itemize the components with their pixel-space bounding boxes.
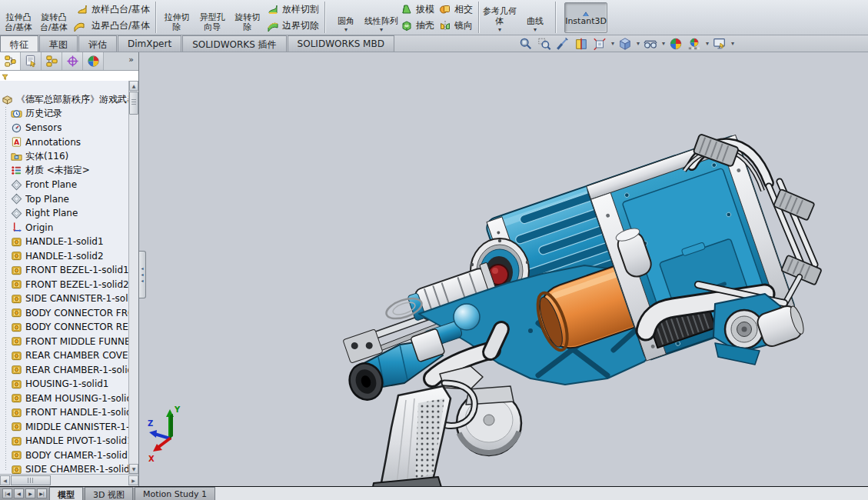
tree-item[interactable]: REAR CHAMBER COVER — [0, 348, 128, 363]
tree-vertical-scrollbar[interactable]: ▲ ▼ — [128, 81, 138, 474]
draft-button[interactable]: 拔模 — [398, 2, 437, 17]
tree-item[interactable]: HANDLE PIVOT-1-solid1 — [0, 434, 128, 448]
fillet-dropdown-icon[interactable]: ▾ — [329, 26, 363, 34]
zoom-to-fit-icon[interactable] — [518, 35, 534, 52]
shell-button[interactable]: 抽壳 — [398, 18, 437, 33]
display-style-dropdown-icon[interactable]: ▾ — [637, 40, 640, 47]
featuremanager-tab[interactable] — [0, 52, 21, 70]
apply-scene-icon[interactable] — [687, 35, 703, 52]
mirror-button[interactable]: 镜向 — [437, 18, 475, 33]
revolved-cut-button[interactable]: 旋转切除 — [231, 12, 264, 35]
tree-item[interactable]: BODY CONNECTOR FRO — [0, 306, 128, 321]
tab-evaluate[interactable]: 评估 — [78, 35, 117, 52]
curves-dropdown-icon[interactable]: ▾ — [518, 26, 552, 34]
tree-item[interactable]: SIDE CANNISTER-1-solid — [0, 292, 128, 306]
tab-sketch[interactable]: 草图 — [39, 35, 78, 52]
previous-view-icon[interactable] — [555, 35, 571, 52]
tabbar-nav-prev-icon[interactable]: ◀ — [14, 488, 24, 498]
linear-pattern-dropdown-icon[interactable]: ▾ — [364, 26, 398, 34]
tree-horizontal-scrollbar[interactable]: ◀ ▶ — [0, 474, 138, 486]
tab-3d-views[interactable]: 3D 视图 — [85, 487, 133, 500]
intersect-button[interactable]: 相交 — [437, 2, 475, 17]
section-view-icon[interactable] — [574, 35, 590, 52]
scroll-right-icon[interactable]: ▶ — [128, 475, 138, 485]
boundary-boss-button[interactable]: 边界凸台/基体 — [71, 18, 152, 33]
weapon-model[interactable] — [139, 52, 868, 486]
panel-flyout-handle[interactable]: ◂ ◂ ◂ — [139, 251, 146, 298]
panel-tab-bar: » — [0, 52, 138, 71]
vertical-scroll-thumb[interactable] — [129, 92, 138, 115]
edit-appearance-icon[interactable] — [668, 35, 684, 52]
tabbar-nav-first-icon[interactable]: |◀ — [2, 488, 12, 498]
boundary-cut-button[interactable]: 边界切除 — [264, 18, 321, 33]
tab-solidworks-mbd[interactable]: SOLIDWORKS MBD — [288, 35, 394, 52]
tab-model[interactable]: 模型 — [49, 487, 83, 500]
configurationmanager-tab[interactable] — [42, 52, 62, 70]
tab-motion-study-1[interactable]: Motion Study 1 — [135, 487, 215, 500]
tab-dimxpert[interactable]: DimXpert — [118, 35, 181, 52]
tree-item[interactable]: Origin — [0, 221, 128, 235]
tabbar-nav-last-icon[interactable]: ▶| — [37, 488, 47, 498]
hole-wizard-button[interactable]: 异型孔向导 — [195, 12, 229, 35]
fillet-button[interactable]: 圆角 ▾ — [329, 16, 363, 35]
hide-show-items-icon[interactable] — [643, 35, 659, 52]
tree-item[interactable]: 历史记录 — [0, 107, 128, 122]
scroll-up-icon[interactable]: ▲ — [129, 81, 138, 91]
view-settings-icon[interactable] — [712, 35, 728, 52]
revolved-boss-button[interactable]: 旋转凸台/基体 — [37, 12, 71, 35]
tab-solidworks-addins[interactable]: SOLIDWORKS 插件 — [182, 35, 286, 52]
extruded-cut-button[interactable]: 拉伸切除 — [160, 12, 194, 35]
scroll-left-icon[interactable]: ◀ — [0, 475, 10, 485]
tree-item[interactable]: 材质 <未指定> — [0, 164, 128, 178]
view-settings-dropdown-icon[interactable]: ▾ — [731, 40, 734, 47]
view-orientation-dropdown-icon[interactable]: ▾ — [611, 40, 614, 47]
extruded-boss-button[interactable]: 拉伸凸台/基体 — [2, 12, 35, 35]
tree-item[interactable]: BODY CHAMER-1-solid1 — [0, 448, 128, 463]
tree-item[interactable]: HANDLE-1-solid2 — [0, 249, 128, 264]
displaymanager-tab[interactable] — [83, 52, 104, 70]
tree-item[interactable]: Sensors — [0, 121, 128, 135]
tree-item[interactable]: FRONT BEZEL-1-solid2 — [0, 278, 128, 292]
lofted-cut-button[interactable]: 放样切割 — [264, 2, 321, 17]
horizontal-scroll-thumb[interactable] — [11, 475, 51, 485]
solid-icon — [11, 435, 22, 447]
tree-item[interactable]: REAR CHAMBER-1-solid — [0, 363, 128, 378]
graphics-viewport[interactable]: ◂ ◂ ◂ Y Z X — [139, 52, 868, 486]
view-orientation-icon[interactable] — [592, 35, 608, 52]
tree-item[interactable]: FRONT MIDDLE FUNNE — [0, 335, 128, 349]
tree-item[interactable]: A Annotations — [0, 135, 128, 150]
apply-scene-dropdown-icon[interactable]: ▾ — [706, 40, 709, 47]
tree-item[interactable]: HOUSING-1-solid1 — [0, 377, 128, 392]
display-style-icon[interactable] — [617, 35, 634, 52]
zoom-to-area-icon[interactable] — [537, 35, 553, 52]
lofted-boss-button[interactable]: 放样凸台/基体 — [74, 2, 152, 17]
tree-item[interactable]: FRONT BEZEL-1-solid1 — [0, 263, 128, 278]
tree-item[interactable]: Top Plane — [0, 192, 128, 207]
plane-icon — [11, 193, 22, 205]
dimxpertmanager-tab[interactable] — [62, 52, 83, 70]
tree-item[interactable]: MIDDLE CANNISTER-1- — [0, 420, 128, 435]
ribbon-separator — [478, 2, 480, 33]
plane-icon — [11, 208, 22, 219]
curves-button[interactable]: 曲线 ▾ — [518, 16, 552, 35]
tree-item[interactable]: BODY CONNECTOR REA — [0, 320, 128, 335]
panel-tabs-overflow-button[interactable]: » — [104, 52, 138, 70]
reference-geometry-dropdown-icon[interactable]: ▾ — [483, 26, 517, 34]
linear-pattern-button[interactable]: 线性阵列 ▾ — [364, 16, 398, 35]
tree-item[interactable]: SIDE CHAMBER-1-solid1 — [0, 462, 128, 474]
scroll-down-icon[interactable]: ▼ — [129, 464, 138, 474]
tree-root-item[interactable]: 《德军总部新秩序》游戏武器 — [0, 92, 128, 107]
tree-item[interactable]: 实体(116) — [0, 149, 128, 164]
tree-filter-input[interactable] — [11, 72, 137, 81]
reference-geometry-button[interactable]: 参考几何体 ▾ — [483, 6, 517, 35]
tab-features[interactable]: 特征 — [0, 35, 38, 52]
tree-item[interactable]: BEAM HOUSING-1-solid — [0, 392, 128, 406]
tree-item[interactable]: HANDLE-1-solid1 — [0, 235, 128, 249]
propertymanager-tab[interactable] — [21, 52, 42, 70]
tree-item[interactable]: Front Plane — [0, 178, 128, 192]
tabbar-nav-next-icon[interactable]: ▶ — [25, 488, 35, 498]
instant3d-toggle-button[interactable]: Instant3D — [564, 2, 607, 33]
tree-item[interactable]: Right Plane — [0, 206, 128, 221]
hide-show-items-dropdown-icon[interactable]: ▾ — [662, 40, 665, 47]
tree-item[interactable]: FRONT HANDLE-1-solid — [0, 405, 128, 420]
